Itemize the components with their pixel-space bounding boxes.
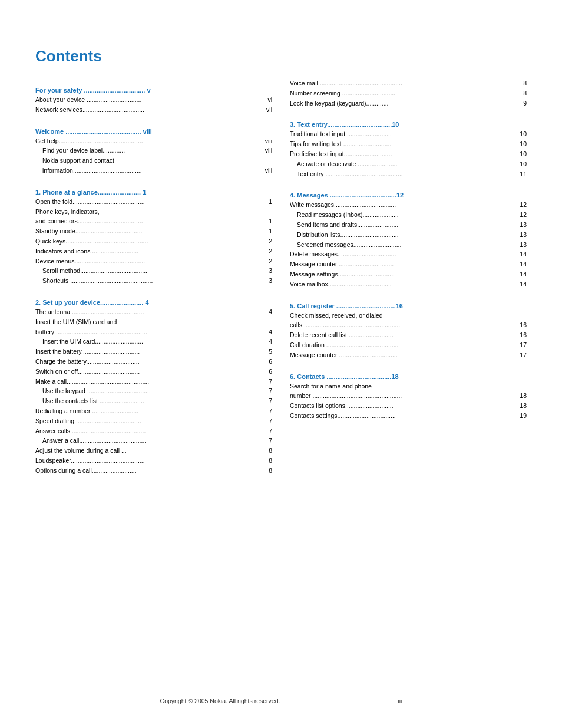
toc-item-title: and connectors..........................… — [35, 216, 262, 226]
toc-item-nopage: Phone keys, indicators, — [35, 207, 272, 217]
toc-item-title: Open the fold...........................… — [35, 197, 262, 207]
toc-item: calls ..................................… — [290, 320, 527, 330]
toc-item: Loudspeaker.............................… — [35, 456, 272, 466]
toc-item: Answer calls ...........................… — [35, 426, 272, 436]
toc-left-column: For your safety ........................… — [35, 78, 272, 476]
toc-item-title: Send items and drafts...................… — [290, 220, 516, 230]
toc-item: The antenna ............................… — [35, 307, 272, 317]
toc-item: Traditional text input .................… — [290, 129, 527, 139]
toc-item-page: 14 — [516, 259, 527, 269]
toc-item-title: Shortcuts ..............................… — [35, 276, 262, 286]
toc-container: For your safety ........................… — [35, 78, 527, 476]
toc-section-header: Welcome ................................… — [35, 128, 272, 135]
toc-item: Redialling a number ....................… — [35, 406, 272, 416]
toc-item-page: 18 — [516, 391, 527, 401]
toc-item-title: Indicators and icons ...................… — [35, 246, 262, 256]
toc-item-title: Get help................................… — [35, 136, 262, 146]
toc-spacer — [290, 289, 527, 294]
toc-item-title: battery ................................… — [35, 327, 262, 337]
toc-item-page: 16 — [516, 330, 527, 340]
toc-item-title: Delete messages.........................… — [290, 249, 516, 259]
toc-item-nopage: Check missed, received, or dialed — [290, 311, 527, 321]
toc-item: and connectors..........................… — [35, 216, 272, 226]
toc-item: battery ................................… — [35, 327, 272, 337]
toc-item: Use the keypad .........................… — [35, 386, 272, 396]
toc-item-page: 14 — [516, 279, 527, 289]
toc-item-title: Switch on or off........................… — [35, 367, 262, 377]
toc-item-title: Contacts settings.......................… — [290, 411, 516, 421]
toc-item-page: 7 — [262, 377, 272, 387]
toc-item-title: Standby mode............................… — [35, 226, 262, 236]
toc-item-page: 14 — [516, 269, 527, 279]
toc-item-page: 2 — [262, 236, 272, 246]
toc-item-title: Charge the battery......................… — [35, 357, 262, 367]
toc-item-title: Device menus............................… — [35, 256, 262, 266]
toc-item-page: 2 — [262, 256, 272, 266]
toc-item-title: Write messages..........................… — [290, 200, 516, 210]
toc-item-page: 7 — [262, 386, 272, 396]
toc-item-title: Insert the UIM card.....................… — [35, 337, 262, 347]
toc-item-page: 4 — [262, 327, 272, 337]
toc-section-header: For your safety ........................… — [35, 87, 272, 94]
toc-item-title: Options during a call...................… — [35, 466, 262, 476]
toc-section-header: 2. Set up your device...................… — [35, 299, 272, 306]
toc-item-title: Number screening .......................… — [290, 88, 516, 98]
toc-item-title: Answer a call...........................… — [35, 436, 262, 446]
toc-item-page: 11 — [516, 169, 527, 179]
toc-item: Message settings........................… — [290, 269, 527, 279]
toc-spacer — [35, 286, 272, 291]
toc-item-title: Call duration ..........................… — [290, 340, 516, 350]
toc-item: Standby mode............................… — [35, 226, 272, 236]
toc-spacer — [290, 360, 527, 365]
toc-item: Message counter ........................… — [290, 350, 527, 360]
toc-item-page: 6 — [262, 367, 272, 377]
toc-item-page: 7 — [262, 406, 272, 416]
toc-item-title: Message settings........................… — [290, 269, 516, 279]
toc-item-page: 9 — [516, 98, 527, 108]
toc-item: Contacts settings.......................… — [290, 411, 527, 421]
toc-item: Write messages..........................… — [290, 200, 527, 210]
toc-item: Distribution lists......................… — [290, 230, 527, 240]
toc-item-title: Redialling a number ....................… — [35, 406, 262, 416]
toc-item-page: 3 — [262, 276, 272, 286]
toc-item-title: Network services........................… — [35, 105, 262, 115]
toc-item-title: Tips for writing text ..................… — [290, 139, 516, 149]
footer-copyright: Copyright © 2005 Nokia. All rights reser… — [160, 697, 280, 704]
toc-item-page: 8 — [516, 78, 527, 88]
toc-section-header: 3. Text entry...........................… — [290, 121, 527, 128]
toc-spacer — [35, 115, 272, 120]
toc-item-title: calls ..................................… — [290, 320, 516, 330]
toc-item: Get help................................… — [35, 136, 272, 146]
toc-item: Answer a call...........................… — [35, 436, 272, 446]
toc-item: Scroll method...........................… — [35, 266, 272, 276]
toc-item: Call duration ..........................… — [290, 340, 527, 350]
toc-item-title: Make a call.............................… — [35, 377, 262, 387]
toc-item-page: 17 — [516, 350, 527, 360]
toc-item-page: 6 — [262, 357, 272, 367]
toc-item-title: Traditional text input .................… — [290, 129, 516, 139]
toc-item-title: Message counter.........................… — [290, 259, 516, 269]
toc-item-page: viii — [262, 136, 272, 146]
toc-item: About your device ......................… — [35, 95, 272, 105]
toc-item: Use the contacts list ..................… — [35, 396, 272, 406]
toc-item-title: Speed dialling..........................… — [35, 416, 262, 426]
toc-item-title: About your device ......................… — [35, 95, 262, 105]
footer: Copyright © 2005 Nokia. All rights reser… — [0, 697, 562, 704]
toc-item-title: Message counter ........................… — [290, 350, 516, 360]
toc-item-title: Loudspeaker.............................… — [35, 456, 262, 466]
toc-item-page: 4 — [262, 307, 272, 317]
toc-item: Find your device label.............viii — [35, 146, 272, 156]
toc-section-header: 6. Contacts ............................… — [290, 373, 527, 380]
toc-item-title: Lock the keypad (keyguard)............. — [290, 98, 516, 108]
toc-item: Predictive text input...................… — [290, 149, 527, 159]
toc-item-page: 10 — [516, 129, 527, 139]
toc-item-title: Find your device label............. — [35, 146, 262, 156]
toc-item-page: 8 — [262, 466, 272, 476]
page-title: Contents — [35, 47, 527, 65]
toc-section-header: 1. Phone at a glance....................… — [35, 189, 272, 196]
toc-item-page: 8 — [262, 456, 272, 466]
toc-item-nopage: Nokia support and contact — [35, 156, 272, 166]
toc-item: Message counter.........................… — [290, 259, 527, 269]
toc-item-page: 2 — [262, 246, 272, 256]
toc-item: Switch on or off........................… — [35, 367, 272, 377]
